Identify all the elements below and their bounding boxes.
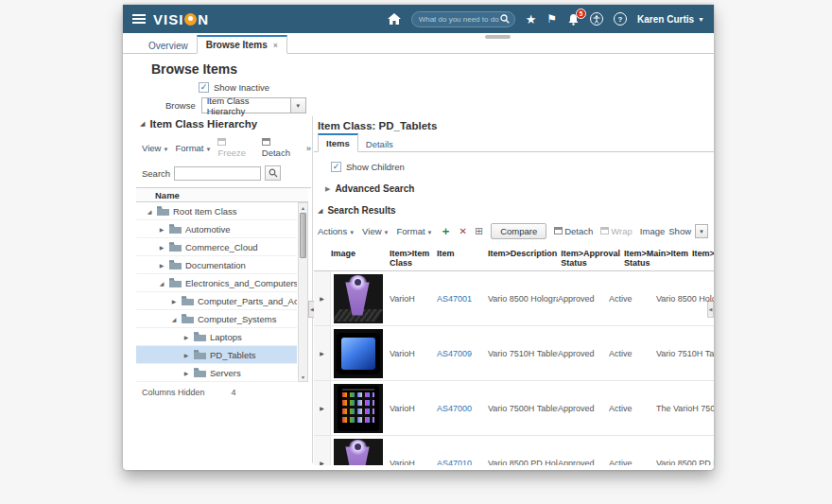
product-image-blue-screen-tablet — [334, 329, 383, 378]
tree-search-button[interactable] — [265, 165, 281, 181]
item-link[interactable]: AS47009 — [437, 349, 488, 358]
toolbar-overflow-chevron[interactable]: » — [306, 143, 311, 153]
row-expander-icon[interactable]: ▶ — [314, 326, 331, 380]
collapsed-triangle-icon[interactable]: ▶ — [158, 226, 165, 233]
expand-triangle-icon[interactable]: ◢ — [170, 316, 178, 322]
collapsed-triangle-icon[interactable]: ▶ — [182, 370, 190, 376]
page-title: Browse Items — [151, 61, 237, 77]
col-description[interactable]: Item>Description — [488, 247, 561, 258]
tree-search-input[interactable] — [174, 166, 261, 181]
show-inactive-label: Show Inactive — [214, 82, 269, 93]
home-icon[interactable] — [388, 13, 401, 25]
tree-item-computer-systems[interactable]: ◢ Computer_Systems — [136, 310, 297, 328]
tree-item-pd-tablets[interactable]: ▶ PD_Tablets — [136, 346, 297, 364]
navigator-menu-icon[interactable] — [132, 14, 146, 24]
collapsed-triangle-icon[interactable]: ▶ — [182, 352, 190, 358]
col-item[interactable]: Item — [437, 247, 488, 258]
table-row[interactable]: ▶ VarioH AS47010 Vario 8500 PD Holograp.… — [314, 436, 714, 465]
search-icon[interactable] — [500, 14, 510, 24]
tree-item-servers[interactable]: ▶ Servers — [136, 364, 297, 382]
tab-overview[interactable]: Overview — [140, 38, 197, 54]
search-results-table: Image Item>Item Class Item Item>Descript… — [314, 247, 714, 465]
item-link[interactable]: AS47010 — [437, 459, 488, 466]
tree-item-automotive[interactable]: ▶ Automotive — [136, 220, 297, 238]
col-item-status[interactable]: Item>Main>Item Status — [624, 247, 692, 268]
view-menu[interactable]: View▼ — [362, 226, 389, 236]
collapsed-triangle-icon[interactable]: ▶ — [158, 244, 165, 251]
tree-column-header-name[interactable]: Name — [136, 188, 308, 202]
show-inactive-checkbox[interactable]: ✓ — [199, 82, 209, 93]
collapsed-triangle-icon[interactable]: ▶ — [158, 262, 165, 269]
compare-button[interactable]: Compare — [491, 223, 546, 239]
scrollbar-thumb[interactable] — [300, 213, 306, 258]
cell-long-description: Vario 8500 PD Holo — [656, 459, 714, 466]
browse-select[interactable]: Item Class Hierarchy ▼ — [201, 97, 306, 113]
row-expander-icon[interactable]: ▶ — [314, 381, 331, 435]
columns-hidden-value: 4 — [232, 388, 236, 397]
row-expander-icon[interactable]: ▶ — [314, 271, 331, 325]
chevron-down-icon[interactable]: ▼ — [695, 224, 708, 238]
format-menu[interactable]: Format▼ — [175, 143, 211, 153]
watchlist-flag-icon[interactable]: ⚑ — [546, 12, 557, 26]
item-link[interactable]: AS47000 — [437, 404, 488, 413]
tree-item-documentation[interactable]: ▶ Documentation — [136, 256, 297, 274]
tab-items[interactable]: Items — [318, 133, 358, 152]
tree-item-label: PD_Tablets — [210, 350, 256, 360]
actions-menu[interactable]: Actions▼ — [318, 226, 355, 236]
tree-item-laptops[interactable]: ▶ Laptops — [136, 328, 297, 346]
favorites-icon[interactable]: ★ — [526, 12, 537, 26]
tree-scrollbar[interactable]: ▲ ▼ — [298, 202, 308, 382]
scroll-down-icon[interactable]: ▼ — [299, 373, 307, 381]
tree-item-electronics-and-computers[interactable]: ◢ Electronics_and_Computers — [136, 274, 297, 292]
detach-button[interactable]: Detach — [554, 226, 593, 236]
tree-item-label: Electronics_and_Computers — [185, 278, 297, 288]
delete-icon[interactable]: ✕ — [459, 226, 467, 236]
close-icon[interactable]: × — [273, 41, 278, 50]
user-name: Karen Curtis — [637, 14, 694, 25]
global-search[interactable] — [411, 11, 515, 27]
tab-browse-items-label: Browse Items — [206, 40, 268, 50]
collapse-triangle-icon[interactable]: ◢ — [140, 120, 145, 128]
table-row[interactable]: ▶ VarioH AS47009 Vario 7510H Tablet Appr… — [314, 326, 714, 381]
col-long-description[interactable]: Item>Main>Long Description — [692, 247, 714, 258]
panel-splitter[interactable] — [312, 116, 313, 463]
expand-triangle-icon[interactable]: ◢ — [146, 208, 153, 215]
scroll-up-icon[interactable]: ▲ — [299, 203, 307, 212]
global-search-input[interactable] — [419, 15, 500, 24]
accessibility-icon[interactable] — [590, 12, 603, 26]
user-menu[interactable]: Karen Curtis ▼ — [637, 14, 704, 25]
show-select[interactable]: Show — [668, 226, 691, 236]
expand-triangle-icon[interactable]: ◢ — [158, 280, 165, 287]
col-item-class[interactable]: Item>Item Class — [390, 247, 437, 268]
help-icon[interactable]: ? — [614, 12, 627, 26]
view-menu[interactable]: View▼ — [142, 143, 168, 153]
cell-long-description: Vario 7510H Tablet — [656, 349, 714, 358]
collapsed-triangle-icon[interactable]: ▶ — [182, 334, 190, 340]
tree-item-computer-parts-and-accessories[interactable]: ▶ Computer_Parts_and_Accessories — [136, 292, 297, 310]
advanced-search-toggle[interactable]: ▶ Advanced Search — [325, 183, 714, 194]
row-expander-icon[interactable]: ▶ — [314, 436, 331, 465]
tab-details[interactable]: Details — [358, 136, 401, 152]
logo-o-icon — [184, 13, 197, 26]
notifications-bell-icon[interactable]: 5 — [567, 13, 580, 26]
show-children-checkbox[interactable]: ✓ — [331, 162, 341, 172]
table-row[interactable]: ▶ VarioH AS47001 Vario 8500 Holographic … — [314, 271, 714, 326]
tree-item-root-item-class[interactable]: ◢ Root Item Class — [136, 202, 297, 220]
freeze-button: Freeze — [217, 137, 254, 158]
search-results-toggle[interactable]: ◢ Search Results — [318, 205, 714, 216]
tree-item-commerce-cloud[interactable]: ▶ Commerce_Cloud — [136, 238, 297, 256]
freeze-grid-icon[interactable]: ⊞ — [475, 225, 483, 237]
item-link[interactable]: AS47001 — [437, 294, 488, 304]
cell-item-status: Active — [609, 294, 656, 304]
col-image[interactable]: Image — [331, 247, 390, 258]
collapsed-triangle-icon[interactable]: ▶ — [170, 298, 178, 304]
tab-browse-items[interactable]: Browse Items × — [197, 35, 287, 54]
col-approval-status[interactable]: Item>Approval Status — [561, 247, 624, 268]
detach-button[interactable]: Detach — [262, 137, 300, 158]
chevron-down-icon[interactable]: ▼ — [291, 97, 306, 113]
format-menu[interactable]: Format▼ — [396, 226, 432, 236]
table-row[interactable]: ▶ VarioH AS47000 Vario 7500H Tablet Appr… — [314, 381, 714, 436]
add-icon[interactable]: ＋ — [441, 223, 452, 239]
cell-description: Vario 8500 Holographic T... — [488, 294, 558, 304]
tree-item-label: Root Item Class — [173, 206, 237, 217]
